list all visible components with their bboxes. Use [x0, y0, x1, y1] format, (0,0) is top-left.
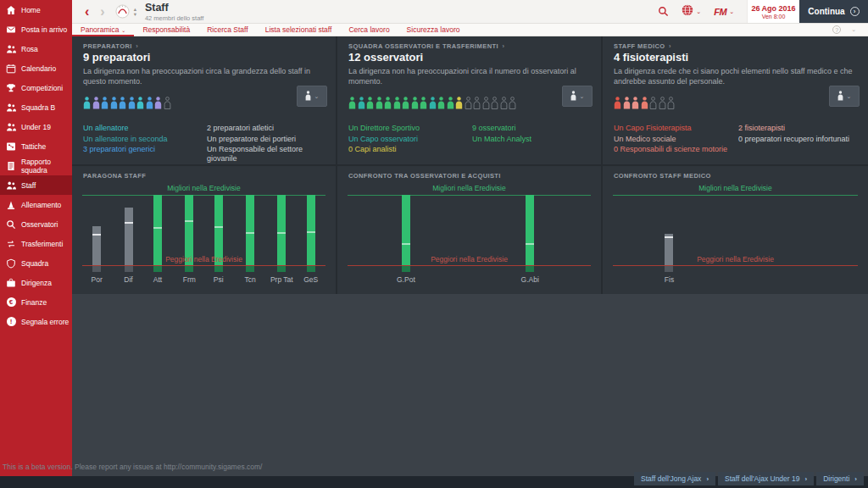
- chevron-right-icon: ›: [804, 475, 807, 483]
- sidebar-item-squadra-b[interactable]: Squadra B: [0, 97, 72, 117]
- sidebar-item-staff[interactable]: Staff: [0, 175, 72, 195]
- footer-link-staff-dell-jong-ajax[interactable]: Staff dell'Jong Ajax›: [634, 472, 715, 485]
- staff-vacancy-icon: [667, 97, 675, 109]
- chevron-down-icon: ⌄: [696, 8, 701, 15]
- section-kicker-label: STAFF MEDICO: [614, 42, 665, 50]
- chart-bar-marker: [185, 220, 193, 222]
- staff-role-count: 2 preparatori atletici: [207, 124, 331, 133]
- staff-role-count: Un Capo Fisioterapista: [614, 124, 738, 133]
- content: PREPARATORI ›9 preparatoriLa dirigenza n…: [72, 36, 868, 476]
- tab-label: Lista selezionati staff: [265, 25, 332, 34]
- chart-bar-overflow: [214, 265, 223, 272]
- chart-bar-marker: [665, 236, 673, 238]
- footer-link-staff-dell-ajax-under-19[interactable]: Staff dell'Ajax Under 19›: [718, 472, 814, 485]
- sidebar-item-tattiche[interactable]: Tattiche: [0, 136, 72, 156]
- staff-member-icon: [119, 97, 126, 109]
- chevron-down-icon: ⌄: [729, 8, 734, 15]
- chart-bar-marker: [92, 234, 101, 236]
- tab-label: Sicurezza lavoro: [407, 25, 460, 34]
- club-logo-icon[interactable]: [115, 4, 130, 19]
- tab-panoramica[interactable]: Panoramica⌄: [72, 24, 134, 36]
- forward-icon[interactable]: ›: [100, 5, 104, 19]
- staff-member-icon: [110, 97, 118, 109]
- staff-member-icon: [437, 97, 445, 109]
- back-icon[interactable]: ‹: [85, 5, 89, 19]
- staff-vacancy-icon: [164, 97, 171, 109]
- alert-icon: !: [6, 317, 16, 327]
- chart-bar-overflow: [307, 265, 315, 272]
- sidebar-item-label: Allenamento: [21, 201, 61, 209]
- search-icon[interactable]: [658, 6, 669, 17]
- tab-cerca-lavoro[interactable]: Cerca lavoro: [340, 24, 398, 36]
- section-link[interactable]: STAFF MEDICO ›: [614, 42, 671, 50]
- sidebar-item-posta-in-arrivo[interactable]: Posta in arrivo: [0, 19, 72, 39]
- staff-vacancy-icon: [659, 97, 666, 109]
- continue-button[interactable]: Continua ›: [799, 0, 868, 23]
- fm-menu[interactable]: FM ⌄: [714, 7, 734, 17]
- help-icon[interactable]: ?: [832, 25, 841, 34]
- sidebar-item-allenamento[interactable]: Allenamento: [0, 195, 72, 214]
- sidebar-item-competizioni[interactable]: Competizioni: [0, 78, 72, 97]
- staff-comparison-chart: PARAGONA STAFFMigliori nella EredivisieP…: [72, 166, 336, 294]
- staff-role-count: Un Responsabile del settore giovanile: [207, 145, 331, 164]
- sidebar-item-label: Home: [21, 6, 41, 14]
- chart-title: PARAGONA STAFF: [83, 172, 146, 180]
- best-line-label: Migliori nella Eredivisie: [613, 184, 858, 192]
- footer-link-dirigenti[interactable]: Dirigenti›: [816, 472, 864, 485]
- date-box[interactable]: 26 Ago 2016 Ven 8:00: [747, 0, 799, 23]
- staff-breakdown: Un Direttore SportivoUn Capo osservatori…: [348, 124, 596, 154]
- chevron-right-icon: ›: [706, 475, 709, 483]
- tab-label: Ricerca Staff: [207, 25, 248, 34]
- staff-member-icon: [429, 97, 437, 109]
- staff-member-icon: [83, 97, 91, 109]
- chevron-down-icon[interactable]: ⌄: [851, 26, 856, 33]
- chart-category-label: Tcn: [244, 275, 255, 284]
- staff-breakdown-column: Un Capo FisioterapistaUn Medico sociale0…: [614, 124, 738, 154]
- staff-filter-dropdown[interactable]: ⌄: [562, 86, 593, 107]
- staff-member-icon: [358, 97, 365, 109]
- tab-lista-selezionati-staff[interactable]: Lista selezionati staff: [257, 24, 341, 36]
- chart-category-label: GeS: [303, 275, 318, 284]
- people-icon: [6, 180, 16, 191]
- sidebar-item-under-19[interactable]: Under 19: [0, 117, 72, 136]
- sidebar-item-finanze[interactable]: €Finanze: [0, 292, 72, 312]
- staff-role-count: 2 fisioterapisti: [738, 124, 863, 133]
- sidebar-item-rapporto-squadra[interactable]: Rapporto squadra: [0, 156, 72, 175]
- section-link[interactable]: SQUADRA OSSERVATORI E TRASFERIMENTI ›: [348, 42, 504, 50]
- chart-bar-overflow: [246, 265, 254, 272]
- section-description: La dirigenza non ha preoccupazioni circa…: [348, 67, 587, 86]
- people-icon: [6, 44, 16, 54]
- tab-sicurezza-lavoro[interactable]: Sicurezza lavoro: [398, 24, 469, 36]
- chart-title: CONFRONTO TRA OSSERVATORI E ACQUISTI: [348, 172, 501, 180]
- calendar-icon: [6, 64, 16, 74]
- staff-filter-dropdown[interactable]: ⌄: [297, 86, 327, 107]
- chart-bar-marker: [153, 227, 162, 229]
- tab-responsabilit-[interactable]: Responsabilità: [134, 24, 198, 36]
- sidebar-item-calendario[interactable]: Calendario: [0, 58, 72, 78]
- staff-member-icon: [128, 97, 136, 109]
- tab-label: Panoramica: [81, 25, 119, 34]
- footer-link-label: Staff dell'Jong Ajax: [641, 474, 701, 483]
- staff-member-icon: [348, 97, 356, 109]
- staff-member-icon: [455, 97, 463, 109]
- chart-bar-marker: [402, 243, 410, 245]
- world-menu[interactable]: ⌄: [682, 4, 701, 19]
- best-line-label: Migliori nella Eredivisie: [348, 184, 591, 192]
- tab-ricerca-staff[interactable]: Ricerca Staff: [198, 24, 257, 36]
- staff-vacancy-icon: [649, 97, 657, 109]
- staff-filter-dropdown[interactable]: ⌄: [829, 86, 860, 107]
- sidebar-item-label: Rosa: [21, 45, 38, 53]
- sidebar-item-trasferimenti[interactable]: Trasferimenti: [0, 234, 72, 253]
- staff-member-icon: [154, 97, 162, 109]
- sidebar-item-home[interactable]: Home: [0, 0, 72, 19]
- sidebar-item-squadra[interactable]: Squadra: [0, 253, 72, 273]
- sidebar-item-rosa[interactable]: Rosa: [0, 39, 72, 58]
- sidebar-item-dirigenza[interactable]: Dirigenza: [0, 273, 72, 292]
- sidebar-item-osservatori[interactable]: Osservatori: [0, 214, 72, 234]
- section-link[interactable]: PREPARATORI ›: [83, 42, 138, 50]
- worst-line: [348, 265, 591, 266]
- worst-line-label: Peggiori nella Eredivisie: [82, 255, 326, 263]
- team-spinner[interactable]: ▴▾: [134, 7, 136, 17]
- worst-line-label: Peggiori nella Eredivisie: [348, 255, 591, 263]
- sidebar-item-segnala-errore[interactable]: !Segnala errore: [0, 312, 72, 331]
